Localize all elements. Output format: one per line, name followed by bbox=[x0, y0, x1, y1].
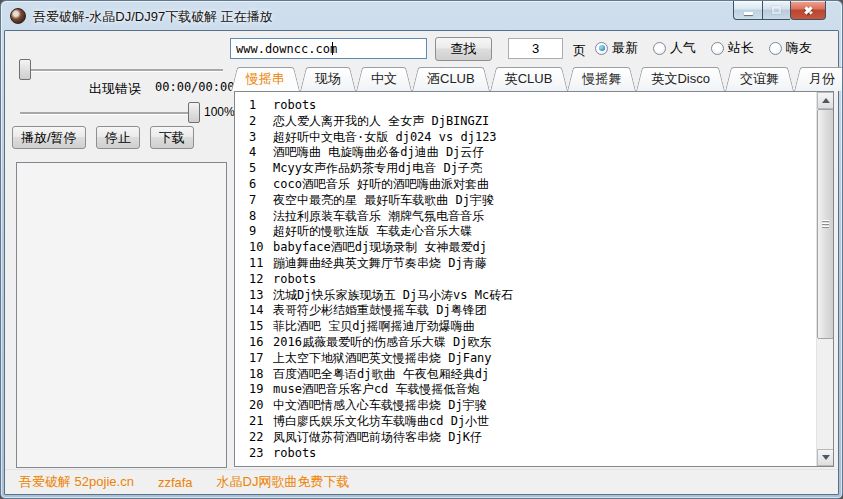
arrow-down-icon bbox=[822, 455, 830, 460]
song-title: 百度酒吧全粤语dj歌曲 午夜包厢经典dj bbox=[273, 367, 489, 383]
tab-label: 中文 bbox=[371, 70, 397, 88]
song-row[interactable]: 4酒吧嗨曲 电旋嗨曲必备dj迪曲 Dj云仔 bbox=[235, 145, 816, 161]
scrollbar-thumb[interactable] bbox=[817, 109, 834, 339]
song-title: 沈城Dj快乐家族现场五 Dj马小涛vs Mc砖石 bbox=[273, 288, 513, 304]
song-index: 17 bbox=[235, 351, 273, 367]
song-row[interactable]: 15菲比酒吧 宝贝dj摇啊摇迪厅劲爆嗨曲 bbox=[235, 319, 816, 335]
song-row[interactable]: 23robots bbox=[235, 446, 816, 462]
download-queue-listbox[interactable] bbox=[16, 162, 227, 468]
song-index: 6 bbox=[235, 177, 273, 193]
maximize-button[interactable] bbox=[763, 1, 790, 20]
song-row[interactable]: 13沈城Dj快乐家族现场五 Dj马小涛vs Mc砖石 bbox=[235, 288, 816, 304]
arrow-up-icon bbox=[822, 98, 830, 103]
song-index: 19 bbox=[235, 382, 273, 398]
song-title: 表哥符少彬结婚重鼓慢摇车载 Dj粤锋团 bbox=[273, 303, 487, 319]
seek-slider-thumb[interactable] bbox=[19, 59, 31, 80]
song-title: babyface酒吧dj现场录制 女神最爱dj bbox=[273, 240, 487, 256]
tab-英文Disco[interactable]: 英文Disco bbox=[636, 67, 725, 91]
song-row[interactable]: 18百度酒吧全粤语dj歌曲 午夜包厢经典dj bbox=[235, 367, 816, 383]
find-button[interactable]: 查找 bbox=[435, 37, 492, 61]
song-index: 23 bbox=[235, 446, 273, 462]
scroll-down-button[interactable] bbox=[817, 449, 834, 466]
song-row[interactable]: 6coco酒吧音乐 好听的酒吧嗨曲派对套曲 bbox=[235, 177, 816, 193]
window-title: 吾爱破解-水晶DJ/DJ97下载破解 正在播放 bbox=[33, 8, 273, 26]
song-index: 20 bbox=[235, 398, 273, 414]
song-row[interactable]: 17上太空下地狱酒吧英文慢摇串烧 DjFany bbox=[235, 351, 816, 367]
song-row[interactable]: 7夜空中最亮的星 最好听车载歌曲 Dj宇骏 bbox=[235, 193, 816, 209]
play-pause-button[interactable]: 播放/暂停 bbox=[12, 126, 86, 149]
maximize-icon bbox=[772, 6, 781, 14]
song-index: 22 bbox=[235, 430, 273, 446]
tab-慢摇舞[interactable]: 慢摇舞 bbox=[567, 67, 636, 91]
sort-radio-嗨友[interactable]: 嗨友 bbox=[769, 39, 812, 57]
tab-英CLUB[interactable]: 英CLUB bbox=[490, 67, 568, 91]
player-time-text: 00:00/00:00 bbox=[155, 80, 234, 94]
tab-中文[interactable]: 中文 bbox=[356, 67, 412, 91]
song-row[interactable]: 11蹦迪舞曲经典英文舞厅节奏串烧 Dj青藤 bbox=[235, 256, 816, 272]
sort-radio-人气[interactable]: 人气 bbox=[653, 39, 696, 57]
title-bar[interactable]: 吾爱破解-水晶DJ/DJ97下载破解 正在播放 bbox=[1, 1, 842, 30]
song-title: 超好听的慢歌连版 车载走心音乐大碟 bbox=[273, 224, 472, 240]
tab-月份[interactable]: 月份 bbox=[794, 67, 843, 91]
caption-buttons bbox=[733, 1, 826, 20]
text-caret bbox=[332, 42, 333, 55]
song-title: robots bbox=[273, 272, 316, 288]
vertical-scrollbar[interactable] bbox=[816, 92, 833, 466]
song-row[interactable]: 9超好听的慢歌连版 车载走心音乐大碟 bbox=[235, 224, 816, 240]
song-row[interactable]: 162016戚薇最爱听的伤感音乐大碟 Dj欧东 bbox=[235, 335, 816, 351]
song-title: 2016戚薇最爱听的伤感音乐大碟 Dj欧东 bbox=[273, 335, 492, 351]
radio-icon[interactable] bbox=[595, 42, 608, 55]
sort-radio-group: 最新人气站长嗨友 bbox=[595, 39, 812, 57]
tab-交谊舞[interactable]: 交谊舞 bbox=[725, 67, 794, 91]
url-input[interactable] bbox=[230, 38, 427, 59]
song-index: 8 bbox=[235, 209, 273, 225]
song-title: 夜空中最亮的星 最好听车载歌曲 Dj宇骏 bbox=[273, 193, 494, 209]
song-title: 上太空下地狱酒吧英文慢摇串烧 DjFany bbox=[273, 351, 492, 367]
close-button[interactable] bbox=[790, 1, 826, 20]
tab-慢摇串[interactable]: 慢摇串 bbox=[231, 67, 300, 91]
minimize-button[interactable] bbox=[733, 1, 763, 20]
radio-icon[interactable] bbox=[769, 42, 782, 55]
volume-slider-track[interactable] bbox=[20, 112, 200, 114]
volume-slider-thumb[interactable] bbox=[188, 102, 200, 123]
app-icon bbox=[10, 8, 26, 24]
song-row[interactable]: 1robots bbox=[235, 98, 816, 114]
sort-radio-最新[interactable]: 最新 bbox=[595, 39, 638, 57]
song-title: 博白廖氏娱乐文化坊车载嗨曲cd Dj小世 bbox=[273, 414, 489, 430]
song-row[interactable]: 10babyface酒吧dj现场录制 女神最爱dj bbox=[235, 240, 816, 256]
song-title: 酒吧嗨曲 电旋嗨曲必备dj迪曲 Dj云仔 bbox=[273, 145, 484, 161]
tab-label: 月份 bbox=[809, 70, 835, 88]
song-row[interactable]: 8法拉利原装车载音乐 潮牌气氛电音音乐 bbox=[235, 209, 816, 225]
song-row[interactable]: 2恋人爱人离开我的人 全女声 DjBINGZI bbox=[235, 114, 816, 130]
status-credit: 吾爱破解 52pojie.cn bbox=[19, 473, 134, 491]
song-row[interactable]: 22凤凤订做苏荷酒吧前场待客串烧 DjK仔 bbox=[235, 430, 816, 446]
song-row[interactable]: 3超好听中文电音·女版 dj024 vs dj123 bbox=[235, 130, 816, 146]
song-row[interactable]: 14表哥符少彬结婚重鼓慢摇车载 Dj粤锋团 bbox=[235, 303, 816, 319]
stop-button[interactable]: 停止 bbox=[96, 126, 140, 149]
sort-radio-站长[interactable]: 站长 bbox=[711, 39, 754, 57]
song-index: 5 bbox=[235, 161, 273, 177]
scroll-up-button[interactable] bbox=[817, 92, 834, 109]
radio-icon[interactable] bbox=[653, 42, 666, 55]
song-index: 16 bbox=[235, 335, 273, 351]
page-label: 页 bbox=[573, 42, 586, 60]
tab-label: 英文Disco bbox=[651, 70, 710, 88]
song-row[interactable]: 12robots bbox=[235, 272, 816, 288]
grip-icon bbox=[822, 227, 829, 228]
download-button[interactable]: 下载 bbox=[150, 126, 194, 149]
seek-slider-track[interactable] bbox=[20, 69, 223, 71]
song-row[interactable]: 19muse酒吧音乐客户cd 车载慢摇低音炮 bbox=[235, 382, 816, 398]
page-input[interactable] bbox=[508, 38, 563, 59]
song-row[interactable]: 21博白廖氏娱乐文化坊车载嗨曲cd Dj小世 bbox=[235, 414, 816, 430]
tab-label: 慢摇舞 bbox=[582, 70, 621, 88]
player-status-text: 出现错误 bbox=[89, 80, 141, 98]
song-index: 11 bbox=[235, 256, 273, 272]
song-title: 恋人爱人离开我的人 全女声 DjBINGZI bbox=[273, 114, 489, 130]
tab-酒CLUB[interactable]: 酒CLUB bbox=[412, 67, 490, 91]
radio-label: 最新 bbox=[612, 39, 638, 57]
song-row[interactable]: 5Mcyy女声作品奶茶专用dj电音 Dj子亮 bbox=[235, 161, 816, 177]
tab-现场[interactable]: 现场 bbox=[300, 67, 356, 91]
radio-icon[interactable] bbox=[711, 42, 724, 55]
player-buttons: 播放/暂停 停止 下载 bbox=[12, 126, 194, 149]
song-row[interactable]: 20中文酒吧情感入心车载慢摇串烧 Dj宇骏 bbox=[235, 398, 816, 414]
